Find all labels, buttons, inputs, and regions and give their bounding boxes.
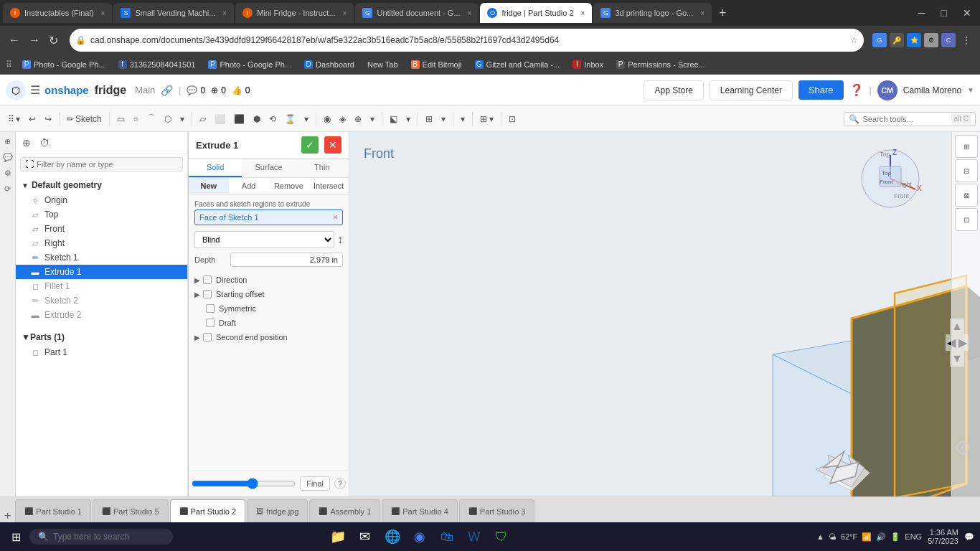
second-end-row[interactable]: ▶ Second end position	[194, 330, 343, 344]
taskbar-store-icon[interactable]: 🛍	[435, 525, 458, 548]
redo-button[interactable]: ↪	[41, 112, 55, 126]
toolbar-btn-4[interactable]: ⬡	[161, 112, 175, 126]
sidebar-tool-2[interactable]: ⏱	[36, 135, 53, 151]
lmt-btn-4[interactable]: ⟳	[1, 182, 14, 195]
sidebar-tool-1[interactable]: ⊕	[19, 135, 34, 151]
notification-icon[interactable]: 💬	[964, 532, 974, 542]
extrude-slider[interactable]	[192, 478, 296, 489]
toolbar-menu-btn[interactable]: ⠿ ▾	[4, 112, 24, 126]
toolbar-btn-7[interactable]: ⬜	[211, 112, 229, 126]
lmt-btn-2[interactable]: 💬	[1, 151, 14, 164]
feature-sketch1[interactable]: ✏ Sketch 1	[16, 250, 187, 265]
toolbar-btn-8[interactable]: ⬛	[230, 112, 248, 126]
browser-tab-4[interactable]: G Untitled document - G... ×	[355, 3, 479, 23]
sidebar-filter[interactable]: ⛶	[20, 157, 183, 171]
bottom-tab-partstudio3[interactable]: ⬛ Part Studio 3	[459, 499, 535, 522]
browser-tab-1[interactable]: I Instructables (Final) ×	[3, 3, 112, 23]
browser-tab-5[interactable]: O fridge | Part Studio 2 ×	[480, 3, 592, 23]
feature-fillet1[interactable]: ◻ Fillet 1	[16, 279, 187, 293]
rs-btn-4[interactable]: ⊡	[955, 208, 978, 231]
start-button[interactable]: ⊞	[6, 530, 27, 544]
bookmark-9[interactable]: P Permissions - Scree...	[612, 59, 710, 70]
toolbar-btn-12-drop[interactable]: ▾	[301, 112, 312, 126]
profile-ext-icon[interactable]: C	[941, 33, 956, 47]
bottom-tab-fridgejpg[interactable]: 🖼 fridge.jpg	[247, 499, 308, 522]
maximize-button[interactable]: □	[936, 0, 953, 26]
app-store-button[interactable]: App Store	[644, 80, 703, 100]
lmt-btn-3[interactable]: ⚙	[1, 166, 14, 179]
feature-front[interactable]: ▱ Front	[16, 222, 187, 236]
toolbar-btn-2[interactable]: ○	[130, 112, 142, 126]
bottom-tab-assembly1[interactable]: ⬛ Assembly 1	[309, 499, 380, 522]
toolbar-search[interactable]: 🔍 alt C	[844, 112, 976, 126]
bookmark-5[interactable]: New Tab	[363, 59, 402, 70]
browser-tab-6[interactable]: G 3d printing logo - Go... ×	[593, 3, 712, 23]
google-ext-icon[interactable]: G	[872, 33, 887, 47]
final-button[interactable]: Final	[300, 476, 330, 491]
extrude-help-button[interactable]: ?	[334, 478, 346, 489]
lmt-btn-1[interactable]: ⊕	[1, 135, 14, 148]
feature-extrude2[interactable]: ▬ Extrude 2	[16, 308, 187, 322]
toolbar-btn-22-drop[interactable]: ⊞ ▾	[476, 112, 497, 126]
taskbar-word-icon[interactable]: W	[463, 525, 486, 548]
toolbar-btn-9[interactable]: ⬢	[250, 112, 264, 126]
back-button[interactable]: ←	[6, 34, 23, 47]
toolbar-btn-18-drop[interactable]: ▾	[402, 112, 414, 126]
bookmark-8[interactable]: I Inbox	[568, 59, 608, 70]
taskbar-search-input[interactable]	[53, 532, 154, 542]
toolbar-btn-17[interactable]: ⬕	[386, 112, 401, 126]
feature-right[interactable]: ▱ Right	[16, 236, 187, 250]
starting-offset-row[interactable]: ▶ Starting offset	[194, 287, 343, 301]
help-button[interactable]: ❓	[849, 83, 864, 97]
feature-extrude1[interactable]: ▬ Extrude 1	[16, 265, 187, 279]
rs-btn-2[interactable]: ⊟	[955, 159, 978, 182]
symmetric-checkbox[interactable]	[206, 304, 215, 313]
toolbar-btn-21-drop[interactable]: ▾	[457, 112, 468, 126]
tab-solid[interactable]: Solid	[189, 159, 242, 177]
face-input-clear-button[interactable]: ×	[333, 212, 338, 222]
search-input[interactable]	[862, 115, 948, 123]
bookmark-1[interactable]: P Photo - Google Ph...	[18, 59, 110, 70]
viewport[interactable]: Front	[349, 132, 980, 496]
tab-close-5[interactable]: ×	[581, 9, 585, 17]
toolbar-btn-14[interactable]: ◈	[336, 112, 349, 126]
share-button[interactable]: Share	[798, 80, 844, 100]
tab-close-3[interactable]: ×	[343, 9, 347, 17]
taskbar-search[interactable]: 🔍	[29, 529, 173, 545]
sketch-button[interactable]: ✏ Sketch	[63, 112, 105, 126]
document-link-icon[interactable]: 🔗	[161, 85, 173, 96]
add-tab-button[interactable]: +	[0, 509, 15, 522]
taskbar-mail-icon[interactable]: ✉	[354, 525, 377, 548]
new-tab-button[interactable]: +	[713, 6, 732, 21]
parts-section-header[interactable]: ▼ Parts (1)	[16, 329, 187, 345]
tab-surface[interactable]: Surface	[242, 159, 295, 177]
bottom-tab-partstudio5[interactable]: ⬛ Part Studio 5	[93, 499, 169, 522]
bookmark-7[interactable]: G Gitzel and Camila -...	[471, 59, 565, 70]
type-select[interactable]: Blind	[194, 231, 334, 248]
toolbar-btn-15[interactable]: ⊕	[351, 112, 365, 126]
learning-center-button[interactable]: Learning Center	[710, 80, 793, 100]
taskbar-files-icon[interactable]: 📁	[326, 525, 349, 548]
tab-close-6[interactable]: ×	[700, 9, 705, 17]
ext-icon-3[interactable]: ⭐	[907, 33, 921, 47]
bookmark-2[interactable]: f 313625084041501	[114, 59, 200, 70]
tray-up-icon[interactable]: ▲	[816, 532, 824, 541]
feature-origin[interactable]: ○ Origin	[16, 193, 187, 207]
filter-input[interactable]	[37, 160, 178, 169]
face-input-field[interactable]: Face of Sketch 1 ×	[194, 209, 343, 225]
draft-checkbox[interactable]	[206, 319, 215, 327]
rs-btn-1[interactable]: ⊞	[955, 135, 978, 158]
default-geometry-header[interactable]: ▼ Default geometry	[16, 177, 187, 193]
forward-button[interactable]: →	[26, 34, 43, 47]
toolbar-btn-1[interactable]: ▭	[113, 112, 128, 126]
taskbar-security-icon[interactable]: 🛡	[490, 525, 513, 548]
rs-btn-3[interactable]: ⊠	[955, 184, 978, 207]
toolbar-btn-6[interactable]: ▱	[196, 112, 209, 126]
user-dropdown-icon[interactable]: ▼	[967, 86, 974, 94]
bottom-tab-partstudio4[interactable]: ⬛ Part Studio 4	[382, 499, 458, 522]
address-bar[interactable]: 🔒 cad.onshape.com/documents/3e439ddfd912…	[70, 29, 864, 52]
toolbar-btn-3[interactable]: ⌒	[143, 110, 159, 127]
points-badge[interactable]: ⊕ 0	[211, 85, 226, 95]
toolbar-btn-20-drop[interactable]: ▾	[438, 112, 449, 126]
key-ext-icon[interactable]: 🔑	[890, 33, 904, 47]
